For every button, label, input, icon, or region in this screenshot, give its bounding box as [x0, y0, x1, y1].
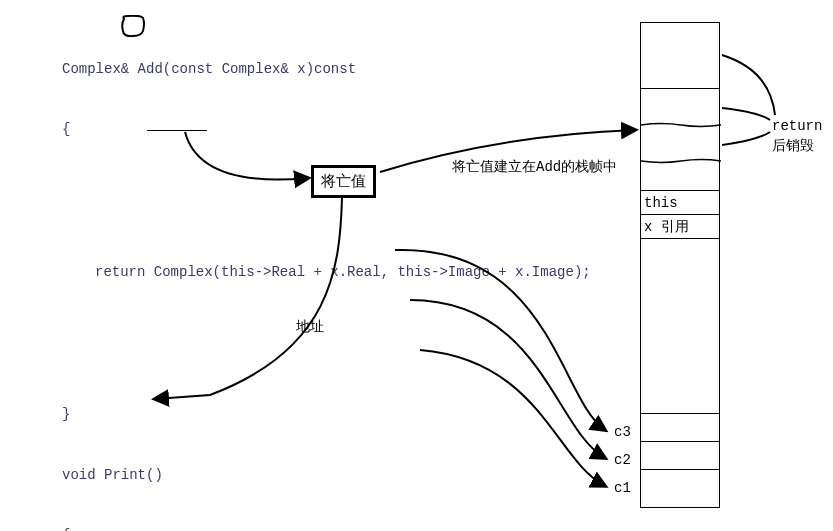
dying-value-note: 将亡值建立在Add的栈帧中 [452, 158, 617, 176]
code-line: { [0, 525, 600, 531]
stack-row-c3 [641, 414, 719, 442]
stack-label-c1: c1 [614, 480, 631, 496]
return-note-line1: return [772, 118, 822, 134]
code-line: void Print() [0, 465, 600, 485]
stack-xref-label: x 引用 [644, 218, 689, 236]
stack-row-c2 [641, 442, 719, 470]
stack-row-c1 [641, 470, 719, 498]
stack-label-c3: c3 [614, 424, 631, 440]
return-note-line2: 后销毁 [772, 137, 814, 155]
code-block: Complex& Add(const Complex& x)const { re… [0, 0, 600, 531]
stack-row: x 引用 [641, 215, 719, 239]
underline-icon [147, 130, 207, 131]
code-line: Complex& Add(const Complex& x)const [0, 59, 600, 79]
stack-row [641, 125, 719, 161]
address-label: 地址 [296, 318, 324, 336]
arrow-destroy-1 [722, 55, 775, 115]
code-line: return Complex(this->Real + x.Real, this… [0, 262, 600, 282]
dying-value-box: 将亡值 [311, 165, 376, 198]
stack-row: this [641, 191, 719, 215]
stack-diagram: this x 引用 [640, 22, 720, 508]
stack-row [641, 161, 719, 191]
code-line: { [0, 119, 600, 139]
arrow-destroy-3 [722, 132, 770, 145]
stack-row [641, 89, 719, 125]
dying-value-label: 将亡值 [321, 174, 366, 191]
stack-row [641, 239, 719, 414]
stack-row [641, 23, 719, 89]
stack-label-c2: c2 [614, 452, 631, 468]
stack-this-label: this [644, 195, 678, 211]
code-line: } [0, 404, 600, 424]
arrow-destroy-2 [722, 108, 770, 120]
